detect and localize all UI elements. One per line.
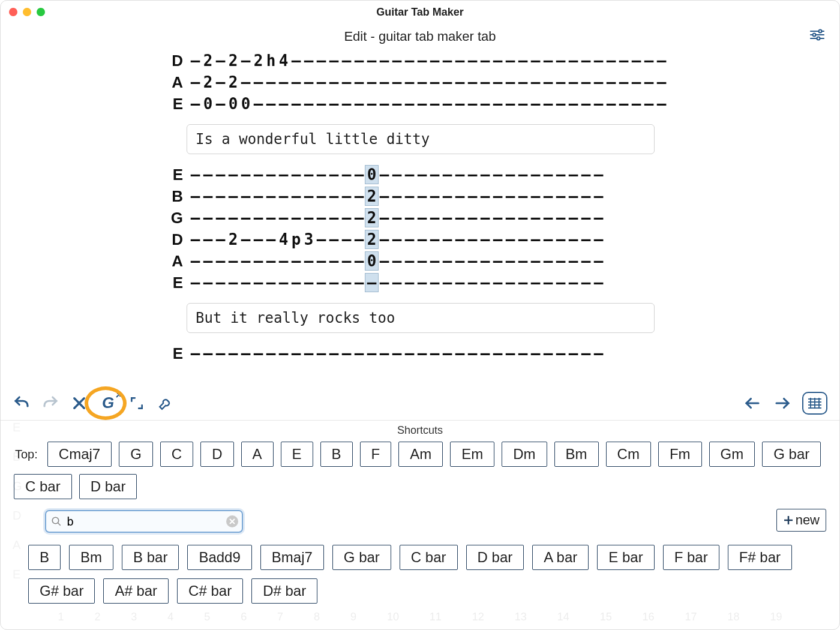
tab-cell[interactable]: 2 — [365, 187, 378, 205]
next-button[interactable] — [772, 393, 793, 413]
tab-cell[interactable] — [592, 230, 605, 248]
tab-cell[interactable]: 2 — [202, 73, 214, 91]
tab-cell[interactable] — [554, 230, 567, 248]
tab-cell[interactable] — [202, 230, 214, 248]
tab-cell[interactable] — [592, 187, 605, 205]
tab-cell[interactable] — [466, 209, 479, 227]
tab-cell[interactable] — [542, 166, 554, 184]
tab-cell[interactable] — [252, 230, 265, 248]
chord-chip[interactable]: G bar — [762, 442, 821, 467]
tab-cell[interactable] — [214, 274, 227, 292]
tab-cell[interactable]: 0 — [239, 95, 252, 113]
tab-cell[interactable] — [239, 187, 252, 205]
tab-cell[interactable] — [416, 344, 428, 362]
tab-cell[interactable] — [403, 230, 416, 248]
tab-cell[interactable] — [302, 73, 315, 91]
tab-cell[interactable] — [302, 344, 315, 362]
tab-cell[interactable]: p — [290, 230, 302, 248]
tab-cell[interactable] — [441, 209, 454, 227]
tab-cell[interactable] — [479, 95, 491, 113]
tab-cell[interactable] — [592, 209, 605, 227]
tab-cell[interactable] — [265, 166, 277, 184]
tab-cell[interactable] — [517, 274, 529, 292]
tab-cell[interactable] — [302, 187, 315, 205]
tab-cell[interactable] — [554, 73, 567, 91]
tab-cell[interactable] — [491, 95, 504, 113]
tab-cell[interactable] — [517, 95, 529, 113]
tab-cell[interactable] — [340, 73, 353, 91]
tab-cell[interactable] — [441, 73, 454, 91]
tab-cell[interactable] — [378, 52, 391, 70]
chord-chip[interactable]: B — [320, 442, 353, 467]
tab-cell[interactable] — [592, 344, 605, 362]
tab-cell[interactable] — [542, 187, 554, 205]
tab-cell[interactable] — [214, 95, 227, 113]
tab-cell[interactable] — [265, 344, 277, 362]
tab-cell[interactable] — [290, 209, 302, 227]
tab-cell[interactable] — [189, 344, 202, 362]
tab-cell[interactable] — [391, 344, 403, 362]
settings-button[interactable] — [809, 28, 825, 45]
tab-cell[interactable] — [479, 252, 491, 270]
tab-cell[interactable] — [617, 52, 630, 70]
tab-cell[interactable] — [580, 95, 592, 113]
tab-cell[interactable] — [567, 166, 580, 184]
tab-cell[interactable] — [617, 95, 630, 113]
tab-cell[interactable] — [353, 166, 365, 184]
tab-cell[interactable] — [554, 209, 567, 227]
tab-cell[interactable] — [630, 52, 643, 70]
tab-cell[interactable] — [542, 274, 554, 292]
tab-cell[interactable] — [328, 52, 340, 70]
tab-cell[interactable]: 2 — [365, 230, 378, 248]
chord-chip[interactable]: D — [200, 442, 233, 467]
tab-cell[interactable] — [403, 209, 416, 227]
tab-cell[interactable] — [504, 166, 517, 184]
tab-cell[interactable] — [302, 52, 315, 70]
tab-cell[interactable] — [391, 274, 403, 292]
tab-cell[interactable] — [214, 52, 227, 70]
chord-chip[interactable]: D bar — [79, 474, 137, 499]
tab-cell[interactable] — [466, 166, 479, 184]
tab-cell[interactable] — [340, 252, 353, 270]
tab-cell[interactable] — [567, 187, 580, 205]
chord-chip[interactable]: Dm — [502, 442, 547, 467]
tab-cell[interactable] — [315, 52, 328, 70]
tab-cell[interactable] — [340, 95, 353, 113]
tab-cell[interactable] — [416, 209, 428, 227]
tab-cell[interactable] — [328, 73, 340, 91]
tab-cell[interactable] — [214, 252, 227, 270]
tab-cell[interactable] — [265, 95, 277, 113]
chord-chip[interactable]: F# bar — [728, 545, 792, 570]
tab-cell[interactable] — [340, 187, 353, 205]
tab-cell[interactable] — [353, 274, 365, 292]
tab-cell[interactable] — [592, 73, 605, 91]
tab-cell[interactable] — [441, 187, 454, 205]
tab-cell[interactable] — [542, 209, 554, 227]
tab-cell[interactable] — [542, 52, 554, 70]
tab-cell[interactable] — [353, 344, 365, 362]
tab-cell[interactable] — [504, 187, 517, 205]
tab-cell[interactable] — [580, 52, 592, 70]
tab-cell[interactable] — [567, 95, 580, 113]
tab-cell[interactable] — [328, 252, 340, 270]
chord-chip[interactable]: G# bar — [28, 578, 95, 604]
tab-cell[interactable] — [554, 344, 567, 362]
tab-cell[interactable] — [542, 95, 554, 113]
tab-cell[interactable] — [479, 52, 491, 70]
tab-cell[interactable] — [517, 187, 529, 205]
tab-row[interactable]: E000 — [169, 93, 839, 115]
chord-chip[interactable]: Em — [450, 442, 494, 467]
tab-cell[interactable] — [517, 230, 529, 248]
tab-cell[interactable] — [416, 166, 428, 184]
tab-cell[interactable] — [592, 95, 605, 113]
tab-cell[interactable] — [454, 73, 466, 91]
tab-cell[interactable] — [378, 274, 391, 292]
tab-cell[interactable] — [378, 344, 391, 362]
tab-cell[interactable] — [491, 274, 504, 292]
tab-cell[interactable] — [466, 73, 479, 91]
tab-cell[interactable] — [290, 73, 302, 91]
tab-cell[interactable] — [252, 187, 265, 205]
tab-cell[interactable] — [479, 187, 491, 205]
tab-cell[interactable] — [504, 95, 517, 113]
chord-chip[interactable]: E bar — [597, 545, 654, 570]
